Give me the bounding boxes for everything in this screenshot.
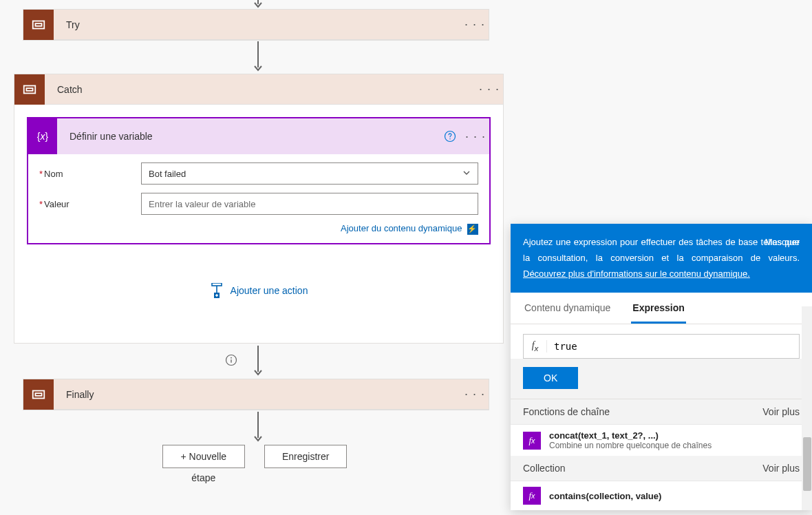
expression-input-wrapper: fx (523, 334, 800, 359)
section-string-functions: Fonctions de chaîne Voir plus (511, 399, 812, 425)
hide-panel-link[interactable]: Masquer (765, 235, 800, 251)
svg-rect-2 (35, 23, 41, 26)
scope-catch: Catch · · · {x} Définir une variable · ·… (14, 74, 504, 344)
action-title: Définir une variable (57, 131, 438, 142)
fx-icon: fx (524, 340, 547, 353)
new-step-button[interactable]: + Nouvelle (162, 445, 245, 468)
expression-input[interactable] (547, 341, 799, 352)
scope-try[interactable]: Try · · · (23, 9, 489, 41)
scope-icon (14, 74, 45, 105)
see-more-string[interactable]: Voir plus (762, 406, 800, 417)
scope-icon (23, 10, 54, 40)
tab-dynamic-content[interactable]: Contenu dynamique (523, 293, 612, 324)
save-button[interactable]: Enregistrer (264, 445, 347, 468)
svg-point-7 (449, 138, 451, 140)
arrow-connector (254, 412, 262, 443)
arrow-connector (254, 346, 262, 377)
scrollbar-thumb[interactable] (803, 437, 811, 491)
add-action-icon (210, 283, 224, 298)
dynamic-content-panel: Masquer Ajoutez une expression pour effe… (511, 224, 812, 510)
scope-finally[interactable]: Finally · · · (23, 379, 489, 410)
panel-tabs: Contenu dynamique Expression (511, 293, 812, 324)
panel-intro: Masquer Ajoutez une expression pour effe… (511, 224, 812, 293)
more-menu[interactable]: · · · (461, 387, 489, 401)
add-action-link[interactable]: Ajouter une action (210, 283, 308, 298)
new-step-label-line2: étape (154, 472, 253, 483)
add-dynamic-content-link[interactable]: Ajouter du contenu dynamique (341, 223, 462, 233)
variable-icon: {x} (28, 118, 57, 154)
ok-button[interactable]: OK (523, 367, 578, 389)
field-label-value: *Valeur (39, 199, 141, 209)
section-collection: Collection Voir plus (511, 456, 812, 481)
variable-name-select[interactable]: Bot failed (141, 162, 478, 185)
svg-rect-17 (33, 390, 45, 398)
scope-icon (23, 379, 54, 410)
panel-scrollbar[interactable] (802, 306, 812, 510)
scope-title: Catch (45, 84, 476, 95)
svg-rect-18 (35, 393, 41, 396)
fx-icon: fx (523, 487, 541, 505)
info-icon[interactable] (225, 354, 237, 366)
function-concat[interactable]: fx concat(text_1, text_2?, ...) Combine … (511, 425, 812, 456)
function-desc: Combine un nombre quelconque de chaînes (549, 441, 712, 450)
svg-rect-5 (26, 88, 32, 91)
svg-rect-4 (24, 85, 36, 93)
field-label-name: *Nom (39, 169, 141, 179)
chevron-down-icon (462, 169, 471, 179)
learn-more-link[interactable]: Découvrez plus d'informations sur le con… (523, 269, 750, 279)
more-menu[interactable]: · · · (462, 129, 489, 144)
scope-title: Finally (54, 389, 461, 400)
add-action-label: Ajouter une action (231, 285, 308, 296)
more-menu[interactable]: · · · (476, 82, 503, 96)
scope-catch-header[interactable]: Catch · · · (14, 74, 503, 105)
variable-name-value: Bot failed (149, 169, 186, 179)
lightning-icon[interactable]: ⚡ (467, 224, 478, 235)
help-icon[interactable] (438, 125, 462, 148)
function-name: contains(collection, value) (549, 491, 661, 501)
tab-expression[interactable]: Expression (631, 293, 685, 324)
svg-rect-8 (212, 283, 222, 286)
more-menu[interactable]: · · · (461, 17, 489, 32)
scope-title: Try (54, 19, 461, 30)
function-name: concat(text_1, text_2?, ...) (549, 430, 712, 441)
action-header[interactable]: {x} Définir une variable · · · (28, 118, 489, 154)
action-set-variable: {x} Définir une variable · · · *Nom Bot … (27, 117, 491, 244)
arrow-connector (254, 41, 262, 73)
arrow-connector (254, 0, 262, 10)
svg-rect-1 (33, 21, 45, 28)
svg-point-14 (231, 357, 232, 359)
variable-value-input[interactable] (141, 193, 478, 215)
function-contains[interactable]: fx contains(collection, value) (511, 481, 812, 510)
fx-icon: fx (523, 432, 541, 450)
see-more-collection[interactable]: Voir plus (762, 463, 800, 474)
